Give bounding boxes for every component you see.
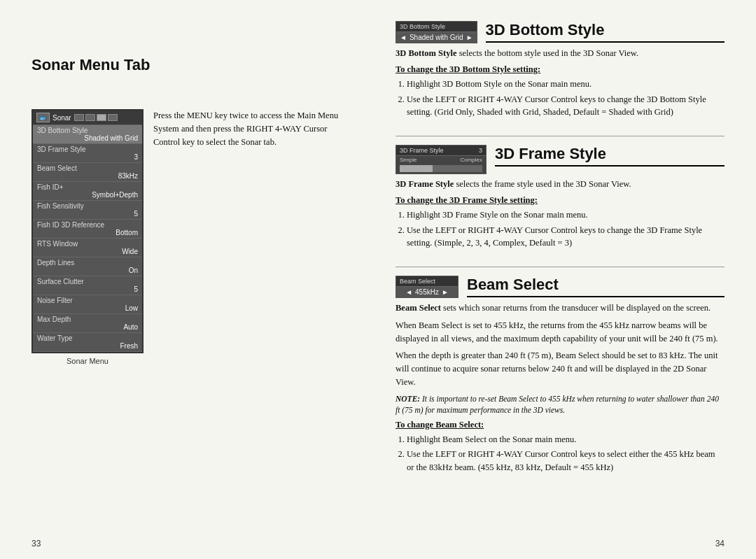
right-page: 3D Bottom Style ◄ Shaded with Grid ► 3D …: [371, 0, 756, 559]
menu-item-label: RTS Window: [37, 240, 138, 248]
widget-title: 3D Frame Style3: [396, 146, 486, 156]
section-3d-bottom-style: 3D Bottom Style ◄ Shaded with Grid ► 3D …: [396, 21, 724, 123]
menu-item-value: Symbol+Depth: [37, 191, 138, 199]
slider-label-left: Simple: [400, 157, 416, 163]
menu-item-label: Depth Lines: [37, 259, 138, 267]
sonar-menu-widget: 🐟 Sonar 3D Bottom Style Shaded with Grid…: [31, 109, 144, 353]
3d-bottom-style-subheading: To change the 3D Bottom Style setting:: [396, 64, 724, 75]
menu-item-fish-sensitivity: Fish Sensitivity 5: [33, 201, 142, 220]
3d-bottom-style-desc: 3D Bottom Style selects the bottom style…: [396, 47, 724, 60]
menu-item-value: 5: [37, 210, 138, 218]
menu-icon-4: [108, 114, 118, 121]
slider-fill: [400, 165, 433, 172]
menu-item-value: 3: [37, 153, 138, 161]
menu-icon-1: [74, 114, 84, 121]
divider-2: [396, 267, 724, 267]
menu-item-max-depth: Max Depth Auto: [33, 314, 142, 333]
beam-select-note: NOTE: It is important to re-set Beam Sel…: [396, 393, 724, 416]
menu-item-fish-id: Fish ID+ Symbol+Depth: [33, 182, 142, 201]
sonar-menu-caption: Sonar Menu: [31, 357, 144, 365]
sonar-menu-tab-title: Sonar Menu Tab: [31, 56, 346, 74]
slider-label-right: Complex: [460, 157, 482, 163]
slider-labels: Simple Complex: [396, 156, 486, 164]
menu-item-label: Fish ID 3D Reference: [37, 221, 138, 229]
sonar-icon-fish: 🐟: [36, 113, 50, 122]
left-page-number: 33: [31, 539, 41, 549]
3d-bottom-style-steps: Highlight 3D Bottom Style on the Sonar m…: [407, 78, 724, 119]
widget-value: ◄ 455kHz ►: [396, 287, 458, 297]
menu-item-value: On: [37, 267, 138, 274]
menu-item-noise-filter: Noise Filter Low: [33, 295, 142, 314]
sonar-menu-section: 🐟 Sonar 3D Bottom Style Shaded with Grid…: [31, 109, 346, 365]
menu-item-label: Noise Filter: [37, 297, 138, 304]
menu-item-value: Low: [37, 304, 138, 312]
menu-item-value: Fresh: [37, 342, 138, 350]
section-beam-select: Beam Select ◄ 455kHz ► Beam Select Beam …: [396, 276, 724, 479]
beam-select-body1: When Beam Select is set to 455 kHz, the …: [396, 319, 724, 346]
menu-item-label: 3D Bottom Style: [37, 127, 138, 134]
menu-item-value: Wide: [37, 248, 138, 255]
menu-item-label: Fish Sensitivity: [37, 202, 138, 210]
3d-frame-style-title: 3D Frame Style: [495, 145, 724, 167]
widget-current-value: 455kHz: [415, 288, 439, 296]
menu-item-surface-clutter: Surface Clutter 5: [33, 276, 142, 295]
section-3d-frame-style: 3D Frame Style3 Simple Complex 3D Frame …: [396, 145, 724, 254]
menu-item-label: Water Type: [37, 334, 138, 342]
menu-item-depth-lines: Depth Lines On: [33, 257, 142, 276]
left-arrow: ◄: [400, 34, 407, 41]
widget-title: 3D Bottom Style: [396, 22, 477, 32]
right-page-number: 34: [715, 539, 724, 549]
menu-item-3d-frame-style: 3D Frame Style 3: [33, 144, 142, 163]
left-page: Sonar Menu Tab 🐟 Sonar 3D Bottom Style S…: [0, 0, 371, 559]
menu-item-label: Beam Select: [37, 164, 138, 172]
beam-select-steps: Highlight Beam Select on the Sonar main …: [407, 433, 724, 474]
left-arrow: ◄: [405, 288, 412, 296]
beam-select-widget: Beam Select ◄ 455kHz ►: [396, 276, 458, 298]
menu-item-beam-select: Beam Select 83kHz: [33, 163, 142, 182]
sonar-menu-image: 🐟 Sonar 3D Bottom Style Shaded with Grid…: [31, 109, 144, 365]
beam-select-subheading: To change Beam Select:: [396, 420, 724, 430]
widget-value: ◄ Shaded with Grid ►: [396, 32, 477, 43]
menu-item-value: 83kHz: [37, 172, 138, 180]
list-item: Use the LEFT or RIGHT 4-WAY Cursor Contr…: [407, 448, 724, 474]
menu-icon-bar: [74, 114, 118, 121]
menu-item-fish-id-3d-ref: Fish ID 3D Reference Bottom: [33, 220, 142, 239]
list-item: Use the LEFT or RIGHT 4-WAY Cursor Contr…: [407, 224, 724, 250]
sonar-label: Sonar: [52, 114, 71, 122]
3d-frame-style-desc: 3D Frame Style selects the frame style u…: [396, 178, 724, 191]
menu-item-value: 5: [37, 285, 138, 293]
sonar-menu-header: 🐟 Sonar: [33, 111, 142, 125]
slider-bar: [400, 165, 482, 172]
list-item: Use the LEFT or RIGHT 4-WAY Cursor Contr…: [407, 93, 724, 120]
3d-bottom-style-title: 3D Bottom Style: [486, 21, 724, 43]
menu-item-value: Bottom: [37, 229, 138, 236]
beam-select-desc: Beam Select sets which sonar returns fro…: [396, 302, 724, 315]
list-item: Highlight 3D Bottom Style on the Sonar m…: [407, 78, 724, 91]
menu-item-water-type: Water Type Fresh: [33, 333, 142, 352]
right-arrow: ►: [466, 34, 473, 41]
list-item: Highlight Beam Select on the Sonar main …: [407, 433, 724, 446]
menu-item-3d-bottom-style: 3D Bottom Style Shaded with Grid: [33, 125, 142, 144]
widget-current-value: Shaded with Grid: [410, 34, 463, 41]
menu-item-value: Auto: [37, 323, 138, 331]
widget-title: Beam Select: [396, 276, 458, 287]
3d-bottom-style-widget: 3D Bottom Style ◄ Shaded with Grid ►: [396, 21, 477, 43]
beam-select-title: Beam Select: [467, 276, 724, 297]
beam-select-body2: When the depth is greater than 240 ft (7…: [396, 349, 724, 388]
divider-1: [396, 136, 724, 136]
menu-item-rts-window: RTS Window Wide: [33, 239, 142, 257]
menu-item-label: Surface Clutter: [37, 278, 138, 285]
menu-item-value: Shaded with Grid: [37, 134, 138, 142]
3d-frame-style-widget: 3D Frame Style3 Simple Complex: [396, 145, 486, 174]
menu-item-label: 3D Frame Style: [37, 146, 138, 153]
menu-item-label: Fish ID+: [37, 183, 138, 191]
menu-item-label: Max Depth: [37, 316, 138, 323]
3d-frame-style-steps: Highlight 3D Frame Style on the Sonar ma…: [407, 208, 724, 250]
menu-icon-3: [97, 114, 106, 121]
right-arrow: ►: [442, 288, 449, 296]
menu-icon-2: [85, 114, 95, 121]
list-item: Highlight 3D Frame Style on the Sonar ma…: [407, 208, 724, 222]
3d-frame-style-subheading: To change the 3D Frame Style setting:: [396, 195, 724, 206]
